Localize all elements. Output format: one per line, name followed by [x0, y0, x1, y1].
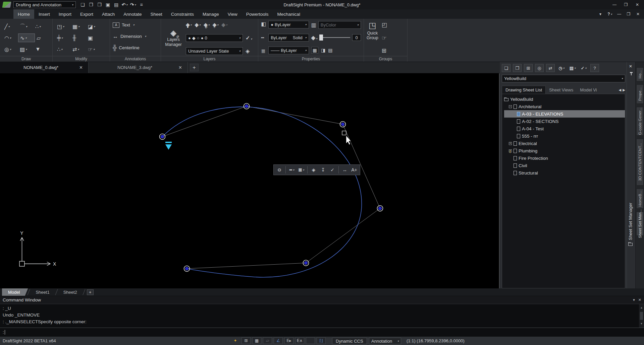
line-color-combo[interactable]: ● ByLayer ▾	[268, 21, 309, 28]
workspace-selector[interactable]: Drafting and Annotation ▾	[13, 1, 76, 8]
layer-isolate-tool[interactable]: ◈○▾	[213, 22, 219, 28]
grip-point[interactable]	[244, 104, 250, 109]
command-window-titlebar[interactable]: Command Window ▾ ✕	[0, 296, 644, 304]
new-sheet-button[interactable]: +	[87, 289, 94, 295]
help-icon[interactable]: ?▾	[606, 11, 613, 17]
arc-tool[interactable]: ⌒▾	[18, 22, 34, 31]
layer-hide-tool[interactable]: ◈●▾	[186, 22, 192, 28]
lineweight-toggle[interactable]	[306, 337, 315, 344]
scroll-down-icon[interactable]: ▼	[640, 321, 643, 327]
doc-close-button[interactable]: ✕	[635, 11, 641, 17]
tab-drawing-sheet-list[interactable]: Drawing Sheet List	[502, 86, 546, 94]
tab-view[interactable]: View	[223, 9, 242, 19]
doc-tab-noname3[interactable]: NONAME_3.dwg* ✕	[89, 62, 188, 73]
refresh-sheet-icon[interactable]: ⇄	[546, 64, 555, 72]
rail-tab-properties[interactable]: Prope...	[636, 84, 644, 104]
sheet-set-selector[interactable]: YellowBuild ▾	[502, 75, 625, 82]
layer-freeze-tool[interactable]: ◈*▾	[195, 22, 201, 28]
match-properties-icon[interactable]: ▤	[328, 48, 332, 53]
group-options-icon[interactable]: ⊞	[382, 47, 387, 54]
split-tool[interactable]: ╫	[71, 33, 86, 42]
layer-unisolate-tool[interactable]: ◈▾	[221, 22, 227, 28]
constraint-status-icon[interactable]: ✦	[231, 337, 240, 344]
tree-item-civil[interactable]: Civil	[504, 162, 625, 169]
tree-item-yellowbuild[interactable]: YellowBuild	[504, 95, 625, 103]
offset-tool[interactable]: ▣	[86, 33, 102, 42]
transparency-icon[interactable]: ◈▾	[311, 34, 317, 41]
collapse-icon[interactable]: −	[509, 105, 512, 108]
new-file-icon[interactable]: ❏	[79, 1, 86, 8]
rail-tab-sheet-set-manager[interactable]: Sheet Set Man...	[636, 212, 644, 236]
sheet-properties-icon[interactable]: ⊞	[524, 64, 533, 72]
erase-tool[interactable]: ◪▾	[86, 22, 102, 31]
expand-icon[interactable]: +	[509, 142, 512, 145]
tree-item-fire-protection[interactable]: Fire Protection	[504, 154, 625, 162]
selection-cycling-toggle[interactable]: ⌈⌋	[317, 337, 326, 344]
centerline-tool[interactable]: ╬ Centerline	[113, 44, 158, 52]
spline-curve[interactable]	[162, 107, 362, 277]
tree-item-architetural[interactable]: − Architetural	[504, 103, 625, 110]
tab-model-views[interactable]: Model Vi	[577, 86, 600, 94]
deselect-icon[interactable]: ⊖	[275, 166, 284, 174]
tab-import[interactable]: Import	[54, 9, 76, 19]
snap-toggle[interactable]: ⊞	[241, 337, 251, 344]
properties-panel-icon[interactable]: ◨	[321, 48, 325, 53]
new-sheet-set-icon[interactable]: ❏	[502, 64, 511, 72]
grip-point[interactable]	[340, 122, 346, 127]
rail-tab-homebyme[interactable]: HomeB...	[636, 189, 644, 209]
scrollbar-thumb[interactable]	[640, 312, 643, 320]
ellipse-arc-tool[interactable]: ◠▾	[3, 33, 18, 42]
tab-home[interactable]: Home	[13, 9, 34, 19]
close-panel-icon[interactable]: ✕	[629, 64, 632, 69]
restore-button[interactable]: ❐	[621, 1, 631, 8]
stretch-shrink-tool[interactable]: ⇄▾	[71, 45, 86, 54]
tab-insert[interactable]: Insert	[34, 9, 54, 19]
doc-minimize-button[interactable]: —	[616, 11, 623, 17]
edit-group-icon[interactable]: ☞	[382, 34, 387, 42]
tab-sheet2[interactable]: Sheet2	[57, 288, 83, 296]
active-layer-combo[interactable]: ● ◆ ○ ● 0 ▾	[186, 34, 243, 42]
set-layer-current-icon[interactable]: ✓	[328, 166, 337, 174]
new-document-tab-button[interactable]: +	[190, 64, 199, 71]
import-file-icon[interactable]: ❒	[96, 1, 103, 8]
preview-sheet-icon[interactable]: ◎	[535, 64, 544, 72]
sheet-help-icon[interactable]: ?	[590, 64, 599, 72]
undo-icon[interactable]: ↶▾	[121, 1, 128, 8]
tree-item-a02-sections[interactable]: A-02 - SECTIONS	[504, 118, 625, 125]
line-weight-icon[interactable]: ≣	[261, 48, 266, 54]
grip-point[interactable]	[377, 206, 383, 211]
ortho-toggle[interactable]: ▱	[263, 337, 272, 344]
smart-dimension-icon[interactable]: ↔	[340, 166, 349, 174]
tab-powertools[interactable]: Powertools	[242, 9, 273, 19]
tab-manage[interactable]: Manage	[198, 9, 223, 19]
trim-tool[interactable]: ╪▾	[55, 33, 71, 42]
publish-icon[interactable]: ✓▾	[579, 64, 588, 72]
layer-lock-tool[interactable]: ◈⊘▾	[204, 22, 210, 28]
scroll-up-icon[interactable]: ▲	[640, 304, 643, 311]
text-tool[interactable]: A Text ▾	[113, 21, 158, 29]
stretch-tool[interactable]: ◳▾	[55, 22, 71, 31]
redo-icon[interactable]: ↷▾	[129, 1, 137, 8]
line-style-combo[interactable]: ByLayer Solid ▾	[268, 34, 309, 42]
import-sheet-set-icon[interactable]: ❐	[513, 64, 522, 72]
print-icon[interactable]: ▤	[113, 1, 120, 8]
layer-state-combo[interactable]: Unsaved Layer State ▾	[186, 47, 243, 55]
tree-item-a03-elevations[interactable]: A-03 - ELEVATIONS	[504, 110, 625, 118]
annotation-scale-icon[interactable]: A+	[350, 166, 359, 174]
save-icon[interactable]: ▣	[104, 1, 111, 8]
polar-toggle[interactable]: ∠	[274, 337, 283, 344]
grid-toggle[interactable]: ▦	[252, 337, 261, 344]
close-button[interactable]: ✕	[633, 1, 642, 8]
doc-tab-noname0[interactable]: NONAME_0.dwg* ✕	[0, 62, 89, 73]
hatch-pattern-icon[interactable]: ▥	[311, 22, 316, 28]
pin-panel-icon[interactable]	[630, 72, 633, 73]
tab-sheet-views[interactable]: Sheet Views	[546, 86, 577, 94]
polygon-tool[interactable]: ▱	[35, 33, 50, 42]
tree-item-electrical[interactable]: + Electrical	[504, 140, 625, 147]
layer-quick-icon[interactable]: ◈	[309, 166, 318, 174]
quick-group-button[interactable]: ◳ Quick Group	[367, 21, 378, 55]
tab-annotate[interactable]: Annotate	[119, 9, 146, 19]
line-style-icon[interactable]: ┅	[261, 34, 266, 41]
etrack-toggle[interactable]: E∧	[295, 337, 304, 344]
command-input[interactable]: :	[0, 328, 644, 336]
